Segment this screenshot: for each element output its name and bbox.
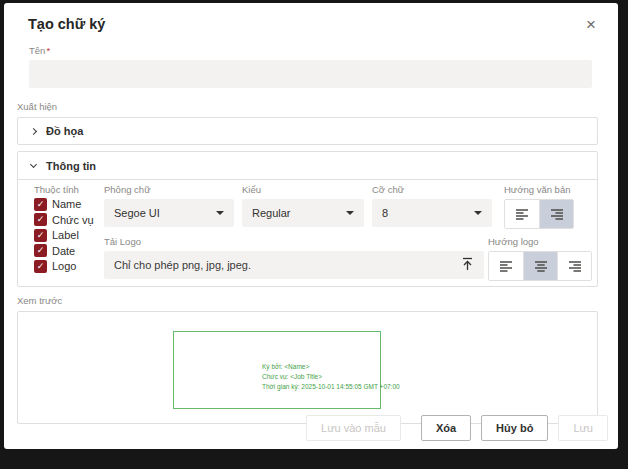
logo-align-right-button[interactable] bbox=[557, 252, 591, 280]
text-direction-toggle-group bbox=[504, 199, 574, 229]
checkbox-checked-icon[interactable]: ✓ bbox=[34, 213, 47, 226]
save-to-template-button[interactable]: Lưu vào mẫu bbox=[306, 415, 401, 441]
logo-upload-field[interactable]: Chỉ cho phép png, jpg, jpeg. bbox=[104, 251, 484, 279]
accordion-graphics[interactable]: Đồ họa bbox=[17, 117, 598, 145]
controls-row-2: Tải Logo Chỉ cho phép png, jpg, jpeg. bbox=[104, 236, 592, 281]
logo-direction-label: Hướng logo bbox=[488, 236, 592, 247]
text-direction-label: Hướng văn bản bbox=[504, 184, 574, 195]
preview-section: Xem trước Ký bởi: <Name> Chức vụ: <Job T… bbox=[17, 295, 598, 424]
screen-background: Tạo chữ ký × Tên* Xuất hiện Đồ họa Thông… bbox=[0, 0, 628, 469]
caret-down-icon bbox=[216, 211, 224, 215]
create-signature-dialog: Tạo chữ ký × Tên* Xuất hiện Đồ họa Thông… bbox=[4, 3, 618, 449]
accordion-info-box: Thông tin Thuộc tính ✓ Name ✓ Chức vụ bbox=[17, 151, 598, 287]
close-icon[interactable]: × bbox=[582, 16, 600, 33]
signature-preview-text: Ký bởi: <Name> Chức vụ: <Job Title> Thời… bbox=[262, 362, 400, 392]
align-left-icon bbox=[515, 208, 529, 221]
caret-down-icon bbox=[346, 211, 354, 215]
align-right-icon bbox=[568, 260, 582, 273]
font-value: Segoe UI bbox=[114, 207, 160, 219]
name-section: Tên* bbox=[29, 45, 592, 88]
name-input[interactable] bbox=[29, 60, 592, 88]
checkbox-checked-icon[interactable]: ✓ bbox=[34, 229, 47, 242]
size-label: Cỡ chữ bbox=[372, 184, 492, 195]
checkbox-label: Date bbox=[52, 245, 75, 257]
accordion-info-label: Thông tin bbox=[46, 160, 96, 172]
chevron-right-icon bbox=[30, 128, 37, 135]
checkbox-row-job-title[interactable]: ✓ Chức vụ bbox=[34, 213, 104, 226]
checkbox-checked-icon[interactable]: ✓ bbox=[34, 260, 47, 273]
align-center-icon bbox=[534, 260, 548, 273]
attributes-column: Thuộc tính ✓ Name ✓ Chức vụ ✓ Label bbox=[34, 184, 104, 281]
logo-upload-section: Tải Logo Chỉ cho phép png, jpg, jpeg. bbox=[104, 236, 484, 281]
attributes-label: Thuộc tính bbox=[34, 184, 104, 195]
check-icon: ✓ bbox=[37, 231, 45, 240]
checkbox-row-date[interactable]: ✓ Date bbox=[34, 244, 104, 257]
font-label: Phông chữ bbox=[104, 184, 234, 195]
chevron-down-icon bbox=[30, 161, 37, 168]
checkbox-checked-icon[interactable]: ✓ bbox=[34, 244, 47, 257]
dialog-header: Tạo chữ ký × bbox=[4, 3, 618, 33]
font-field: Phông chữ Segoe UI bbox=[104, 184, 234, 229]
check-icon: ✓ bbox=[37, 262, 45, 271]
preview-label: Xem trước bbox=[17, 295, 598, 306]
signature-line-job-title: Chức vụ: <Job Title> bbox=[262, 372, 400, 382]
size-field: Cỡ chữ 8 bbox=[372, 184, 492, 229]
accordion-info[interactable]: Thông tin bbox=[18, 152, 597, 180]
appearance-label: Xuất hiện bbox=[17, 101, 598, 112]
logo-direction-toggle-group bbox=[488, 251, 592, 281]
caret-down-icon bbox=[474, 211, 482, 215]
checkbox-label: Chức vụ bbox=[52, 214, 94, 226]
required-asterisk: * bbox=[46, 45, 50, 56]
logo-direction-field: Hướng logo bbox=[488, 236, 592, 281]
text-direction-field: Hướng văn bản bbox=[504, 184, 574, 229]
preview-area: Ký bởi: <Name> Chức vụ: <Job Title> Thời… bbox=[17, 311, 598, 424]
dialog-footer: Lưu vào mẫu Xóa Hủy bỏ Lưu bbox=[306, 415, 608, 441]
name-label-text: Tên bbox=[29, 45, 45, 56]
checkbox-row-name[interactable]: ✓ Name bbox=[34, 198, 104, 211]
align-left-icon bbox=[499, 260, 513, 273]
upload-icon[interactable] bbox=[461, 257, 474, 273]
align-right-icon bbox=[550, 208, 564, 221]
dialog-title: Tạo chữ ký bbox=[28, 16, 105, 32]
checkbox-label: Label bbox=[52, 229, 79, 241]
cancel-button[interactable]: Hủy bỏ bbox=[481, 415, 548, 441]
delete-button[interactable]: Xóa bbox=[421, 415, 471, 441]
controls-area: Phông chữ Segoe UI Kiểu Regular bbox=[104, 184, 592, 281]
text-align-left-button[interactable] bbox=[505, 200, 539, 228]
style-field: Kiểu Regular bbox=[242, 184, 364, 229]
accordion-graphics-label: Đồ họa bbox=[46, 125, 83, 137]
signature-line-signed-by: Ký bởi: <Name> bbox=[262, 362, 400, 372]
signature-line-timestamp: Thời gian ký: 2025-10-01 14:55:05 GMT +0… bbox=[262, 382, 400, 392]
logo-upload-label: Tải Logo bbox=[104, 236, 484, 247]
checkbox-row-logo[interactable]: ✓ Logo bbox=[34, 260, 104, 273]
logo-align-left-button[interactable] bbox=[489, 252, 523, 280]
logo-upload-placeholder: Chỉ cho phép png, jpg, jpeg. bbox=[114, 259, 251, 271]
logo-align-center-button[interactable] bbox=[523, 252, 557, 280]
font-dropdown[interactable]: Segoe UI bbox=[104, 199, 234, 227]
name-label: Tên* bbox=[29, 45, 592, 56]
style-value: Regular bbox=[252, 207, 291, 219]
check-icon: ✓ bbox=[37, 200, 45, 209]
appearance-section: Xuất hiện Đồ họa Thông tin Thuộc tính ✓ … bbox=[17, 101, 598, 287]
check-icon: ✓ bbox=[37, 215, 45, 224]
info-content: Thuộc tính ✓ Name ✓ Chức vụ ✓ Label bbox=[18, 180, 597, 286]
save-button[interactable]: Lưu bbox=[558, 415, 608, 441]
size-value: 8 bbox=[382, 207, 388, 219]
style-dropdown[interactable]: Regular bbox=[242, 199, 364, 227]
text-align-right-button[interactable] bbox=[539, 200, 573, 228]
signature-preview-frame: Ký bởi: <Name> Chức vụ: <Job Title> Thời… bbox=[173, 331, 381, 409]
style-label: Kiểu bbox=[242, 184, 364, 195]
size-dropdown[interactable]: 8 bbox=[372, 199, 492, 227]
controls-row-1: Phông chữ Segoe UI Kiểu Regular bbox=[104, 184, 592, 229]
checkbox-label: Logo bbox=[52, 260, 76, 272]
checkbox-checked-icon[interactable]: ✓ bbox=[34, 198, 47, 211]
check-icon: ✓ bbox=[37, 246, 45, 255]
checkbox-row-label[interactable]: ✓ Label bbox=[34, 229, 104, 242]
checkbox-label: Name bbox=[52, 198, 81, 210]
